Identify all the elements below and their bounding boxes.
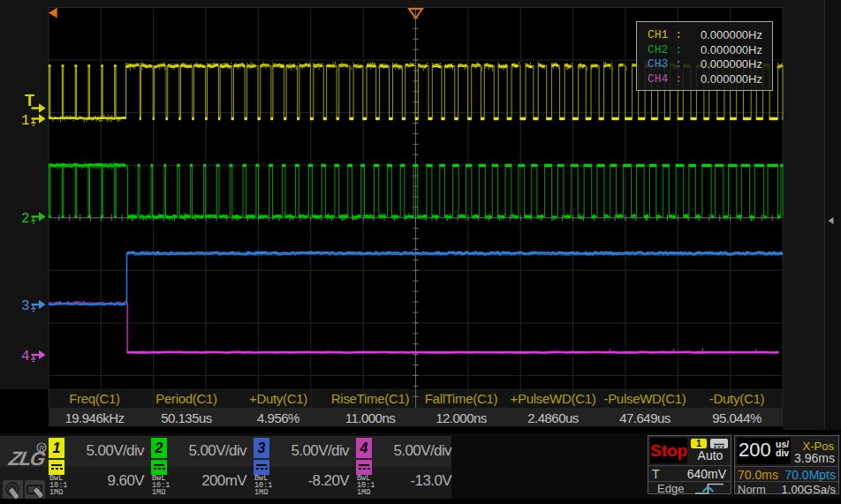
svg-text:2: 2 [21,211,30,227]
svg-text:1: 1 [21,113,30,129]
svg-text:3: 3 [21,298,30,314]
svg-text:R: R [39,444,45,453]
svg-text:T: T [25,92,34,109]
svg-text:4: 4 [21,349,30,365]
